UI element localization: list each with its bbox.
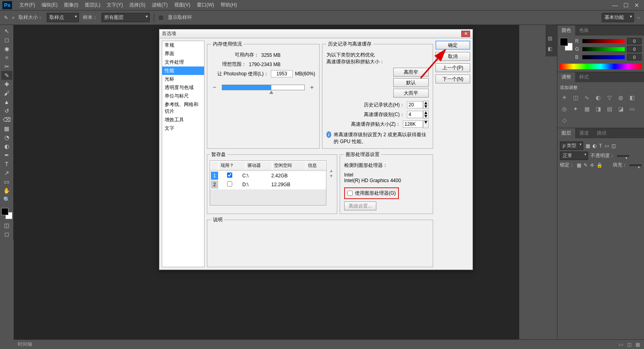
status-icon-2[interactable]: ◫ xyxy=(627,342,632,347)
nav-plugins[interactable]: 增效工具 xyxy=(162,116,204,124)
nav-performance[interactable]: 性能 xyxy=(162,66,204,75)
preset-default-button[interactable]: 默认 xyxy=(393,78,429,87)
g-value[interactable] xyxy=(627,46,642,52)
nav-interface[interactable]: 界面 xyxy=(162,50,204,58)
history-brush-tool-icon[interactable]: ↺ xyxy=(1,106,12,115)
nav-cursors[interactable]: 光标 xyxy=(162,75,204,83)
preset-tall-button[interactable]: 高而窄 xyxy=(393,68,429,77)
lock-brush-icon[interactable]: ✎ xyxy=(584,162,588,168)
zoom-tool-icon[interactable]: 🔍 xyxy=(1,195,12,204)
tab-channels[interactable]: 通道 xyxy=(575,128,593,138)
selective-icon[interactable]: ◇ xyxy=(561,116,568,124)
menu-view[interactable]: 视图(V) xyxy=(171,2,194,8)
menu-edit[interactable]: 编辑(E) xyxy=(38,2,61,8)
nav-guides[interactable]: 参考线、网格和切片 xyxy=(162,100,204,116)
bw-icon[interactable]: ◧ xyxy=(628,94,636,101)
levels-icon[interactable]: ◫ xyxy=(572,94,579,101)
brightness-icon[interactable]: ☀ xyxy=(561,94,568,101)
prev-button[interactable]: 上一个(P) xyxy=(436,63,470,72)
nav-transparency[interactable]: 透明度与色域 xyxy=(162,83,204,92)
cancel-button[interactable]: 取消 xyxy=(436,52,470,61)
tab-layers[interactable]: 图层 xyxy=(557,128,575,138)
scratch-active-1[interactable] xyxy=(227,172,232,178)
dialog-titlebar[interactable]: 首选项 ✕ xyxy=(159,29,473,38)
menu-image[interactable]: 图像(I) xyxy=(61,2,81,8)
posterize-icon[interactable]: ▤ xyxy=(606,105,613,112)
menu-type[interactable]: 文字(Y) xyxy=(103,2,126,8)
nav-general[interactable]: 常规 xyxy=(162,41,204,50)
scratch-active-2[interactable] xyxy=(227,181,232,187)
kind-filter-dropdown[interactable]: ρ 类型 xyxy=(560,141,583,150)
heal-tool-icon[interactable]: ✚ xyxy=(1,80,12,89)
properties-panel-icon[interactable]: ◧ xyxy=(548,46,556,54)
nav-units[interactable]: 单位与标尺 xyxy=(162,92,204,100)
shape-tool-icon[interactable]: ▭ xyxy=(1,177,12,186)
scratch-row-1[interactable]: 1 C:\ 2.42GB xyxy=(211,172,325,180)
scratch-down-icon[interactable]: ▼ xyxy=(328,174,334,178)
mixer-icon[interactable]: ✦ xyxy=(572,105,579,112)
color-swatch-pair[interactable] xyxy=(560,38,573,51)
gpu-advanced-button[interactable]: 高级设置... xyxy=(344,202,376,210)
menu-help[interactable]: 帮助(H) xyxy=(217,2,240,8)
memory-slider[interactable] xyxy=(222,85,305,90)
cache-tile-input[interactable] xyxy=(403,120,423,128)
scratch-row-2[interactable]: 2 D:\ 12.29GB xyxy=(211,181,325,189)
color-spectrum[interactable] xyxy=(560,64,642,69)
menu-filter[interactable]: 滤镜(T) xyxy=(149,2,171,8)
photo-filter-icon[interactable]: ◎ xyxy=(561,105,568,112)
memory-plus-button[interactable]: + xyxy=(309,84,315,91)
memory-input[interactable] xyxy=(271,70,293,77)
marquee-tool-icon[interactable]: ◻ xyxy=(1,35,12,44)
gradient-map-icon[interactable]: ▭ xyxy=(628,105,636,112)
threshold-icon[interactable]: ◪ xyxy=(617,105,624,112)
filter-shape-icon[interactable]: ▭ xyxy=(605,143,609,149)
fill-dropdown[interactable] xyxy=(630,164,642,166)
col-free[interactable]: 空闲空间 xyxy=(272,162,305,170)
dodge-tool-icon[interactable]: ◐ xyxy=(1,142,12,151)
history-states-stepper[interactable]: ▲▼ xyxy=(423,101,429,109)
lasso-tool-icon[interactable]: ◉ xyxy=(1,44,12,53)
tab-paths[interactable]: 路径 xyxy=(593,128,611,138)
crop-tool-icon[interactable]: ✂ xyxy=(1,62,12,71)
path-select-tool-icon[interactable]: ↗ xyxy=(1,168,12,177)
tab-swatches[interactable]: 色板 xyxy=(575,25,593,35)
g-slider[interactable] xyxy=(582,47,625,51)
r-slider[interactable] xyxy=(582,39,625,43)
ok-button[interactable]: 确定 xyxy=(436,41,470,50)
next-button[interactable]: 下一个(N) xyxy=(436,75,470,83)
wand-tool-icon[interactable]: ✧ xyxy=(1,53,12,62)
menu-layer[interactable]: 图层(L) xyxy=(82,2,104,8)
foreground-background-swatch[interactable] xyxy=(1,208,12,219)
col-info[interactable]: 信息 xyxy=(306,162,325,170)
history-panel-icon[interactable]: ▤ xyxy=(548,35,556,44)
invert-icon[interactable]: ◨ xyxy=(594,105,602,112)
quick-mask-icon[interactable]: ◫ xyxy=(1,221,12,230)
brush-tool-icon[interactable]: 🖌 xyxy=(1,89,12,98)
filter-adj-icon[interactable]: ◐ xyxy=(592,143,597,149)
eyedropper-tool-icon[interactable]: ✎ xyxy=(1,71,12,80)
workspace-dropdown[interactable]: 基本功能 xyxy=(602,13,634,22)
nav-type[interactable]: 文字 xyxy=(162,124,204,133)
stamp-tool-icon[interactable]: ▲ xyxy=(1,98,12,106)
show-sample-ring-checkbox[interactable] xyxy=(158,15,164,21)
menu-window[interactable]: 窗口(W) xyxy=(194,2,217,8)
dialog-close-button[interactable]: ✕ xyxy=(461,31,470,37)
status-icon-3[interactable]: ▦ xyxy=(636,342,640,347)
expand-panels-icon[interactable]: » xyxy=(637,15,640,21)
tab-adjustments[interactable]: 调整 xyxy=(557,72,575,82)
tab-color[interactable]: 颜色 xyxy=(557,25,575,35)
blend-mode-dropdown[interactable]: 正常 xyxy=(560,152,588,160)
curves-icon[interactable]: ∿ xyxy=(583,94,590,101)
col-drive[interactable]: 驱动器 xyxy=(246,162,272,170)
close-app-icon[interactable]: ✕ xyxy=(634,2,639,8)
b-slider[interactable] xyxy=(582,55,625,59)
sample-scope-dropdown[interactable]: 所有图层 xyxy=(101,13,150,22)
filter-type-icon[interactable]: T xyxy=(599,143,602,149)
maximize-icon[interactable]: ☐ xyxy=(623,2,629,8)
history-states-input[interactable] xyxy=(407,101,423,108)
minimize-icon[interactable]: — xyxy=(612,2,618,8)
preset-wide-button[interactable]: 大而平 xyxy=(393,89,429,98)
blur-tool-icon[interactable]: ◔ xyxy=(1,133,12,142)
filter-smart-icon[interactable]: ◫ xyxy=(611,143,616,149)
gradient-tool-icon[interactable]: ▦ xyxy=(1,124,12,133)
